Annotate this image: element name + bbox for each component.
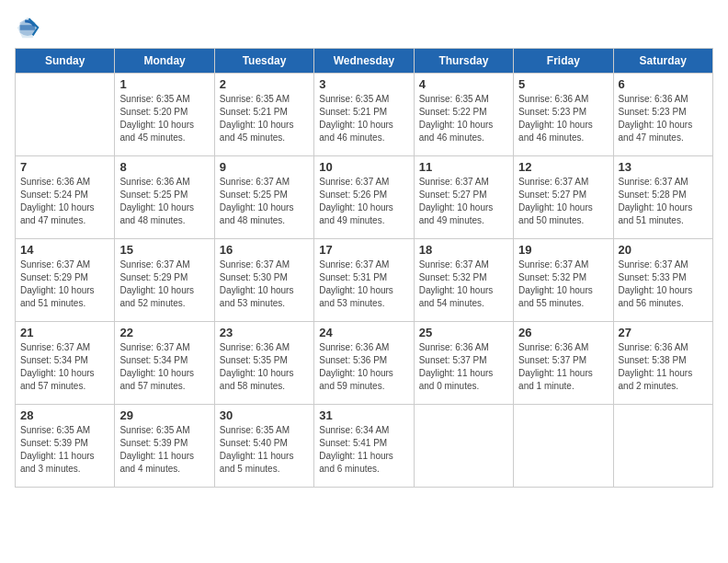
calendar-cell: 27Sunrise: 6:36 AM Sunset: 5:38 PM Dayli… xyxy=(613,322,712,405)
weekday-header-wednesday: Wednesday xyxy=(314,49,414,74)
day-number: 19 xyxy=(518,243,608,257)
day-info: Sunrise: 6:36 AM Sunset: 5:38 PM Dayligh… xyxy=(619,341,708,393)
calendar-cell: 21Sunrise: 6:37 AM Sunset: 5:34 PM Dayli… xyxy=(16,322,115,405)
calendar-cell: 3Sunrise: 6:35 AM Sunset: 5:21 PM Daylig… xyxy=(314,74,414,156)
day-info: Sunrise: 6:35 AM Sunset: 5:20 PM Dayligh… xyxy=(119,93,209,144)
day-number: 2 xyxy=(220,77,309,91)
calendar-cell: 24Sunrise: 6:36 AM Sunset: 5:36 PM Dayli… xyxy=(314,322,414,405)
day-info: Sunrise: 6:36 AM Sunset: 5:37 PM Dayligh… xyxy=(518,341,608,393)
day-info: Sunrise: 6:37 AM Sunset: 5:29 PM Dayligh… xyxy=(119,259,209,310)
day-info: Sunrise: 6:35 AM Sunset: 5:39 PM Dayligh… xyxy=(20,424,109,476)
calendar-cell: 13Sunrise: 6:37 AM Sunset: 5:28 PM Dayli… xyxy=(613,156,712,239)
calendar-cell: 15Sunrise: 6:37 AM Sunset: 5:29 PM Dayli… xyxy=(115,239,214,322)
day-info: Sunrise: 6:36 AM Sunset: 5:23 PM Dayligh… xyxy=(619,93,708,144)
calendar-cell: 28Sunrise: 6:35 AM Sunset: 5:39 PM Dayli… xyxy=(16,405,115,488)
day-number: 13 xyxy=(619,160,708,174)
day-number: 18 xyxy=(419,243,508,257)
day-info: Sunrise: 6:37 AM Sunset: 5:26 PM Dayligh… xyxy=(319,176,408,227)
calendar-cell: 26Sunrise: 6:36 AM Sunset: 5:37 PM Dayli… xyxy=(514,322,613,405)
day-info: Sunrise: 6:34 AM Sunset: 5:41 PM Dayligh… xyxy=(319,424,408,476)
day-info: Sunrise: 6:36 AM Sunset: 5:23 PM Dayligh… xyxy=(518,93,608,144)
day-number: 15 xyxy=(119,243,209,257)
day-number: 9 xyxy=(220,160,309,174)
day-info: Sunrise: 6:36 AM Sunset: 5:36 PM Dayligh… xyxy=(319,341,408,393)
day-number: 1 xyxy=(119,77,209,91)
day-number: 31 xyxy=(319,408,408,422)
calendar-cell: 22Sunrise: 6:37 AM Sunset: 5:34 PM Dayli… xyxy=(115,322,214,405)
day-number: 23 xyxy=(220,326,309,339)
day-info: Sunrise: 6:35 AM Sunset: 5:39 PM Dayligh… xyxy=(119,424,209,476)
calendar-cell: 29Sunrise: 6:35 AM Sunset: 5:39 PM Dayli… xyxy=(115,405,214,488)
calendar-cell: 7Sunrise: 6:36 AM Sunset: 5:24 PM Daylig… xyxy=(16,156,115,239)
day-number: 3 xyxy=(319,77,408,91)
calendar-cell: 1Sunrise: 6:35 AM Sunset: 5:20 PM Daylig… xyxy=(115,74,214,156)
day-number: 6 xyxy=(619,77,708,91)
calendar-cell: 25Sunrise: 6:36 AM Sunset: 5:37 PM Dayli… xyxy=(414,322,513,405)
day-number: 28 xyxy=(20,408,109,422)
calendar-cell: 6Sunrise: 6:36 AM Sunset: 5:23 PM Daylig… xyxy=(613,74,712,156)
day-info: Sunrise: 6:36 AM Sunset: 5:24 PM Dayligh… xyxy=(20,176,109,227)
day-info: Sunrise: 6:37 AM Sunset: 5:27 PM Dayligh… xyxy=(419,176,508,227)
day-info: Sunrise: 6:36 AM Sunset: 5:35 PM Dayligh… xyxy=(220,341,309,393)
day-info: Sunrise: 6:37 AM Sunset: 5:25 PM Dayligh… xyxy=(220,176,309,227)
day-number: 5 xyxy=(518,77,608,91)
weekday-header-friday: Friday xyxy=(514,49,613,74)
calendar-week-row: 28Sunrise: 6:35 AM Sunset: 5:39 PM Dayli… xyxy=(16,405,713,488)
calendar-cell: 14Sunrise: 6:37 AM Sunset: 5:29 PM Dayli… xyxy=(16,239,115,322)
day-number: 16 xyxy=(220,243,309,257)
weekday-header-saturday: Saturday xyxy=(613,49,712,74)
day-info: Sunrise: 6:35 AM Sunset: 5:40 PM Dayligh… xyxy=(220,424,309,476)
weekday-header-monday: Monday xyxy=(115,49,214,74)
day-number: 8 xyxy=(119,160,209,174)
logo xyxy=(15,15,44,40)
day-info: Sunrise: 6:37 AM Sunset: 5:34 PM Dayligh… xyxy=(119,341,209,393)
calendar-cell: 20Sunrise: 6:37 AM Sunset: 5:33 PM Dayli… xyxy=(613,239,712,322)
day-number: 29 xyxy=(119,408,209,422)
day-number: 4 xyxy=(419,77,508,91)
calendar-week-row: 7Sunrise: 6:36 AM Sunset: 5:24 PM Daylig… xyxy=(16,156,713,239)
day-info: Sunrise: 6:36 AM Sunset: 5:25 PM Dayligh… xyxy=(119,176,209,227)
weekday-header-tuesday: Tuesday xyxy=(214,49,313,74)
calendar-cell: 19Sunrise: 6:37 AM Sunset: 5:32 PM Dayli… xyxy=(514,239,613,322)
day-info: Sunrise: 6:37 AM Sunset: 5:32 PM Dayligh… xyxy=(518,259,608,310)
day-number: 30 xyxy=(220,408,309,422)
calendar-cell: 8Sunrise: 6:36 AM Sunset: 5:25 PM Daylig… xyxy=(115,156,214,239)
calendar-cell: 12Sunrise: 6:37 AM Sunset: 5:27 PM Dayli… xyxy=(514,156,613,239)
day-number: 11 xyxy=(419,160,508,174)
calendar-cell: 11Sunrise: 6:37 AM Sunset: 5:27 PM Dayli… xyxy=(414,156,513,239)
calendar-cell: 4Sunrise: 6:35 AM Sunset: 5:22 PM Daylig… xyxy=(414,74,513,156)
day-number: 7 xyxy=(20,160,109,174)
calendar-cell: 18Sunrise: 6:37 AM Sunset: 5:32 PM Dayli… xyxy=(414,239,513,322)
day-info: Sunrise: 6:37 AM Sunset: 5:29 PM Dayligh… xyxy=(20,259,109,310)
calendar-cell: 9Sunrise: 6:37 AM Sunset: 5:25 PM Daylig… xyxy=(214,156,313,239)
day-info: Sunrise: 6:37 AM Sunset: 5:30 PM Dayligh… xyxy=(220,259,309,310)
day-info: Sunrise: 6:35 AM Sunset: 5:22 PM Dayligh… xyxy=(419,93,508,144)
calendar-cell xyxy=(414,405,513,488)
day-info: Sunrise: 6:35 AM Sunset: 5:21 PM Dayligh… xyxy=(319,93,408,144)
day-number: 26 xyxy=(518,326,608,339)
calendar-cell: 10Sunrise: 6:37 AM Sunset: 5:26 PM Dayli… xyxy=(314,156,414,239)
day-info: Sunrise: 6:37 AM Sunset: 5:32 PM Dayligh… xyxy=(419,259,508,310)
day-number: 20 xyxy=(619,243,708,257)
day-info: Sunrise: 6:36 AM Sunset: 5:37 PM Dayligh… xyxy=(419,341,508,393)
calendar-cell xyxy=(613,405,712,488)
calendar-cell xyxy=(514,405,613,488)
calendar-cell: 16Sunrise: 6:37 AM Sunset: 5:30 PM Dayli… xyxy=(214,239,313,322)
day-number: 24 xyxy=(319,326,408,339)
day-number: 10 xyxy=(319,160,408,174)
calendar-cell: 17Sunrise: 6:37 AM Sunset: 5:31 PM Dayli… xyxy=(314,239,414,322)
weekday-header-row: SundayMondayTuesdayWednesdayThursdayFrid… xyxy=(16,49,713,74)
day-info: Sunrise: 6:37 AM Sunset: 5:27 PM Dayligh… xyxy=(518,176,608,227)
day-number: 22 xyxy=(119,326,209,339)
calendar-cell: 30Sunrise: 6:35 AM Sunset: 5:40 PM Dayli… xyxy=(214,405,313,488)
calendar-week-row: 1Sunrise: 6:35 AM Sunset: 5:20 PM Daylig… xyxy=(16,74,713,156)
calendar-week-row: 21Sunrise: 6:37 AM Sunset: 5:34 PM Dayli… xyxy=(16,322,713,405)
day-number: 17 xyxy=(319,243,408,257)
calendar-week-row: 14Sunrise: 6:37 AM Sunset: 5:29 PM Dayli… xyxy=(16,239,713,322)
calendar-cell: 23Sunrise: 6:36 AM Sunset: 5:35 PM Dayli… xyxy=(214,322,313,405)
weekday-header-thursday: Thursday xyxy=(414,49,513,74)
day-number: 25 xyxy=(419,326,508,339)
calendar-table: SundayMondayTuesdayWednesdayThursdayFrid… xyxy=(15,48,713,488)
day-number: 12 xyxy=(518,160,608,174)
day-number: 14 xyxy=(20,243,109,257)
